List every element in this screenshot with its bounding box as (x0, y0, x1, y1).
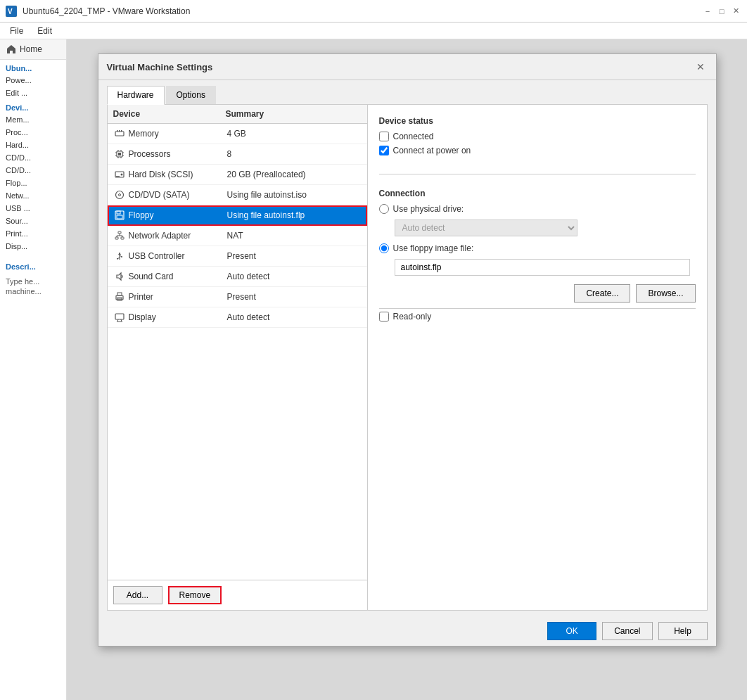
device-row-network[interactable]: Network Adapter NAT (108, 226, 367, 246)
connected-label: Connected (393, 132, 434, 141)
processors-summary: 8 (227, 149, 362, 159)
svg-rect-26 (121, 237, 124, 239)
sidebar-desc-text: Type he... machine... (6, 277, 42, 295)
sidebar-home[interactable]: Home (0, 39, 66, 60)
svg-rect-25 (115, 237, 118, 239)
svg-point-20 (118, 194, 120, 196)
processors-name: Processors (129, 149, 227, 159)
svg-text:V: V (8, 8, 13, 15)
tab-hardware[interactable]: Hardware (107, 86, 165, 105)
add-button[interactable]: Add... (113, 586, 162, 604)
menu-edit[interactable]: Edit (33, 25, 56, 37)
sidebar-item-cddvd1[interactable]: CD/D... (0, 151, 66, 164)
maximize-button[interactable]: □ (716, 6, 727, 17)
svg-point-17 (120, 174, 122, 176)
read-only-label: Read-only (393, 312, 432, 322)
connected-checkbox[interactable] (379, 132, 389, 141)
svg-point-19 (115, 191, 123, 199)
svg-rect-5 (121, 130, 122, 132)
main-content: Virtual Machine Settings ✕ Hardware Opti… (67, 39, 747, 700)
device-status-title: Device status (379, 116, 696, 126)
sidebar-item-processors[interactable]: Proc... (0, 126, 66, 139)
app-icon: V (6, 6, 17, 17)
device-list: Memory 4 GB Processors 8 (108, 124, 367, 580)
window-controls: − □ ✕ (702, 6, 741, 17)
floppy-summary: Using file autoinst.flp (227, 210, 362, 220)
device-row-printer[interactable]: Printer Present (108, 287, 367, 307)
home-icon (6, 44, 17, 55)
svg-marker-32 (118, 253, 121, 255)
svg-rect-7 (118, 153, 121, 155)
device-row-harddisk[interactable]: Hard Disk (SCSI) 20 GB (Preallocated) (108, 165, 367, 185)
device-row-floppy[interactable]: Floppy Using file autoinst.flp (108, 205, 367, 226)
cancel-button[interactable]: Cancel (602, 622, 652, 640)
use-floppy-image-radio[interactable] (379, 243, 389, 253)
menubar: File Edit (0, 23, 747, 39)
menu-file[interactable]: File (6, 25, 27, 37)
sound-summary: Auto detect (227, 272, 362, 281)
connection-title: Connection (379, 189, 696, 198)
sidebar-item-display[interactable]: Disp... (0, 240, 66, 253)
sidebar-item-harddisk[interactable]: Hard... (0, 139, 66, 151)
printer-summary: Present (227, 292, 362, 302)
sidebar-item-edit[interactable]: Edit ... (0, 87, 66, 99)
browse-button[interactable]: Browse... (636, 284, 695, 303)
floppy-name: Floppy (129, 210, 227, 220)
cddvd-summary: Using file autoinst.iso (227, 190, 362, 200)
device-row-usb[interactable]: USB Controller Present (108, 246, 367, 267)
memory-icon (113, 127, 126, 140)
col-summary-header: Summary (226, 109, 362, 119)
floppy-icon (113, 209, 126, 222)
network-icon (113, 229, 126, 242)
use-floppy-image-row: Use floppy image file: (379, 243, 696, 253)
sidebar-item-power[interactable]: Powe... (0, 74, 66, 87)
sidebar-item-network[interactable]: Netw... (0, 189, 66, 202)
sidebar-item-sound[interactable]: Sour... (0, 215, 66, 227)
device-row-processors[interactable]: Processors 8 (108, 144, 367, 165)
svg-rect-42 (115, 314, 124, 319)
device-row-memory[interactable]: Memory 4 GB (108, 124, 367, 144)
read-only-checkbox[interactable] (379, 312, 389, 322)
create-button[interactable]: Create... (574, 284, 630, 303)
network-name: Network Adapter (129, 231, 227, 241)
modal-overlay: Virtual Machine Settings ✕ Hardware Opti… (67, 39, 747, 700)
floppy-file-input-container (395, 259, 696, 276)
use-physical-drive-label: Use physical drive: (393, 204, 464, 214)
settings-panel: Device status Connected Connect at power… (368, 105, 707, 610)
device-panel-footer: Add... Remove (108, 580, 367, 610)
device-row-cddvd[interactable]: CD/DVD (SATA) Using file autoinst.iso (108, 185, 367, 205)
display-summary: Auto detect (227, 312, 362, 322)
sidebar-item-cddvd2[interactable]: CD/D... (0, 164, 66, 177)
floppy-file-input[interactable] (395, 259, 690, 276)
help-button[interactable]: Help (658, 622, 708, 640)
svg-rect-23 (117, 215, 122, 219)
auto-detect-dropdown[interactable]: Auto detect (395, 219, 577, 236)
svg-rect-3 (117, 130, 118, 132)
sidebar-section-vm: Ubun... (0, 60, 66, 74)
sidebar-section-desc: Descri... (0, 258, 66, 272)
sound-name: Sound Card (129, 272, 227, 281)
sidebar: Home Ubun... Powe... Edit ... Devi... Me… (0, 39, 67, 700)
svg-rect-4 (119, 130, 120, 132)
close-button[interactable]: ✕ (730, 6, 741, 17)
dialog-close-button[interactable]: ✕ (694, 60, 708, 74)
use-physical-drive-radio[interactable] (379, 204, 389, 214)
connect-at-power-on-checkbox[interactable] (379, 146, 389, 155)
remove-button[interactable]: Remove (168, 586, 222, 604)
sidebar-item-usb[interactable]: USB ... (0, 202, 66, 215)
sidebar-item-memory[interactable]: Mem... (0, 113, 66, 126)
sidebar-item-printer[interactable]: Print... (0, 227, 66, 240)
device-status-section: Device status Connected Connect at power… (379, 116, 696, 160)
minimize-button[interactable]: − (702, 6, 713, 17)
sidebar-item-floppy[interactable]: Flop... (0, 177, 66, 189)
virtual-machine-settings-dialog: Virtual Machine Settings ✕ Hardware Opti… (98, 53, 717, 647)
svg-point-34 (121, 256, 122, 257)
device-row-sound[interactable]: Sound Card Auto detect (108, 267, 367, 287)
device-row-display[interactable]: Display Auto detect (108, 307, 367, 328)
ok-button[interactable]: OK (547, 622, 596, 640)
dialog-titlebar: Virtual Machine Settings ✕ (98, 54, 716, 80)
sidebar-section-devices: Devi... (0, 99, 66, 113)
tab-options[interactable]: Options (166, 86, 216, 104)
printer-name: Printer (129, 292, 227, 302)
printer-icon (113, 291, 126, 303)
